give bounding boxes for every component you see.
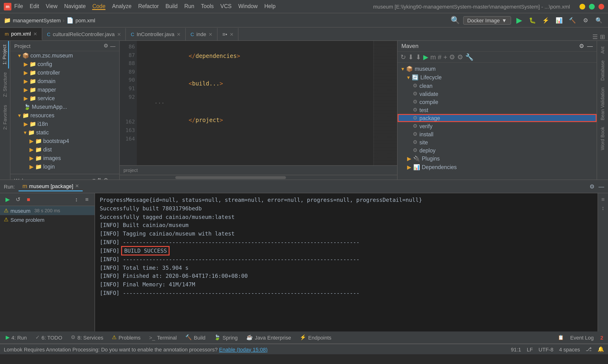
maven-validate[interactable]: ⚙ validate xyxy=(398,90,597,98)
menu-refactor[interactable]: Refactor xyxy=(138,3,159,10)
maven-config2-icon[interactable]: ⚙ xyxy=(457,53,463,61)
coverage-button[interactable]: 📊 xyxy=(554,15,564,26)
maximize-button[interactable] xyxy=(589,4,595,9)
docker-image-selector[interactable]: Docker Image ▼ xyxy=(463,16,511,25)
maven-test[interactable]: ⚙ test xyxy=(398,106,597,114)
menu-build[interactable]: Build xyxy=(166,3,178,10)
favorites-side-tab[interactable]: 2: Favorites xyxy=(1,101,9,133)
profile-button[interactable]: ⚡ xyxy=(541,15,551,26)
maven-site[interactable]: ⚙ site xyxy=(398,138,597,146)
fold-icon-91[interactable] xyxy=(175,80,189,87)
menu-window[interactable]: Window xyxy=(238,3,258,10)
tab-more[interactable]: ≡• ✕ xyxy=(218,28,239,40)
notifications-icon[interactable]: 🔔 xyxy=(597,346,604,352)
maven-download-icon[interactable]: ⬇ xyxy=(408,53,414,61)
bottom-close-icon[interactable]: — xyxy=(598,183,604,190)
tree-domain[interactable]: ▶ 📁 domain xyxy=(11,77,119,85)
tab-in-close[interactable]: ✕ xyxy=(177,32,181,37)
bean-validation-tab[interactable]: Bean Validation xyxy=(599,85,606,122)
project-settings-icon[interactable]: ⚙ xyxy=(103,43,108,49)
menu-analyze[interactable]: Analyze xyxy=(112,3,131,10)
maven-package[interactable]: ⚙ package xyxy=(398,114,597,122)
event-log-icon[interactable]: 📋 xyxy=(555,335,567,340)
run-sidebar-problem-item[interactable]: ⚠ Some problem xyxy=(0,215,94,224)
minimize-button[interactable] xyxy=(580,4,585,9)
close-button[interactable] xyxy=(598,4,604,9)
tree-controller[interactable]: ▶ 📁 controller xyxy=(11,68,119,77)
event-log-label[interactable]: Event Log xyxy=(567,335,597,340)
run-filter-icon[interactable]: ≡ xyxy=(82,195,92,204)
tree-museum-app[interactable]: 🍃 MuseumApp... xyxy=(11,103,119,111)
code-editor[interactable]: </dependencies> <build...> ... </project… xyxy=(137,41,373,165)
enable-lombok-link[interactable]: Enable (today 15:08) xyxy=(219,346,267,352)
console-fold-icon[interactable]: ≡ xyxy=(601,196,605,203)
project-side-tab[interactable]: 1: Project xyxy=(1,41,9,69)
maven-deploy[interactable]: ⚙ deploy xyxy=(398,146,597,154)
debug-button[interactable]: 🐛 xyxy=(527,15,538,26)
tree-dist[interactable]: ▶ 📁 dist xyxy=(11,145,119,154)
breadcrumb-project[interactable]: managementSystem xyxy=(13,17,61,23)
console-scroll-icon[interactable]: ↕ xyxy=(602,205,604,211)
run-rerun-button[interactable]: ↺ xyxy=(13,195,23,204)
btab-endpoints[interactable]: ⚡ Endpoints xyxy=(296,333,335,341)
run-stop-button[interactable]: ■ xyxy=(24,195,33,204)
tree-resources[interactable]: ▾ 📁 resources xyxy=(11,111,119,120)
menu-navigate[interactable]: Navigate xyxy=(64,3,86,10)
bottom-settings-icon[interactable]: ⚙ xyxy=(589,183,595,190)
run-tab-close[interactable]: ✕ xyxy=(75,183,79,189)
btab-spring[interactable]: 🍃 Spring xyxy=(210,333,242,341)
maven-install[interactable]: ⚙ install xyxy=(398,130,597,138)
menu-file[interactable]: File xyxy=(14,3,23,10)
tree-mapper[interactable]: ▶ 📁 mapper xyxy=(11,85,119,94)
maven-lifecycle[interactable]: ▾ 🔄 Lifecycle xyxy=(398,73,597,82)
run-play-button[interactable]: ▶ xyxy=(3,195,12,204)
tree-service[interactable]: ▶ 📁 service xyxy=(11,94,119,103)
btab-problems[interactable]: ⚠ Problems xyxy=(108,333,144,341)
tree-com-zsc-museum[interactable]: ▾ 📦 com.zsc.museum xyxy=(11,51,119,60)
editor-scrollbar[interactable] xyxy=(120,175,397,180)
menu-edit[interactable]: Edit xyxy=(30,3,39,10)
menu-vcs[interactable]: VCS xyxy=(220,3,232,10)
structure-side-tab[interactable]: Z: Structure xyxy=(1,69,9,101)
maven-clean[interactable]: ⚙ clean xyxy=(398,82,597,90)
maven-config1-icon[interactable]: ⚙ xyxy=(449,53,455,61)
menu-code[interactable]: Code xyxy=(92,3,105,10)
tree-static[interactable]: ▾ 📁 static xyxy=(11,128,119,137)
web-settings-icon3[interactable]: ⚙ xyxy=(103,177,108,180)
maven-settings-icon[interactable]: ⚙ xyxy=(579,43,584,49)
run-sidebar-museum-item[interactable]: ⚠ museum 38 s 200 ms xyxy=(0,206,94,215)
tab-more-close[interactable]: ✕ xyxy=(230,32,233,37)
maven-run-icon[interactable]: ▶ xyxy=(423,53,428,61)
tab-pom-close[interactable]: ✕ xyxy=(33,31,37,36)
maven-plugins[interactable]: ▶ 🔌 Plugins xyxy=(398,154,597,163)
maven-refresh-icon[interactable]: ↻ xyxy=(401,53,406,61)
web-settings-icon2[interactable]: ⇅ xyxy=(97,177,102,180)
tab-inde[interactable]: C inde ✕ xyxy=(186,28,218,40)
maven-tools-icon[interactable]: 🔧 xyxy=(465,53,473,61)
run-scroll-icon[interactable]: ↕ xyxy=(72,195,81,204)
maven-dependencies[interactable]: ▶ 📊 Dependencies xyxy=(398,163,597,171)
maven-m-icon[interactable]: m xyxy=(430,53,436,61)
breadcrumb-file[interactable]: pom.xml xyxy=(76,17,95,23)
ant-tab[interactable]: Ant xyxy=(599,45,606,56)
tab-inde-close[interactable]: ✕ xyxy=(208,32,212,37)
search-icon[interactable]: 🔍 xyxy=(594,15,604,26)
web-close-icon[interactable]: — xyxy=(110,177,116,180)
menu-view[interactable]: View xyxy=(46,3,57,10)
tab-in-controller[interactable]: C InController.java ✕ xyxy=(126,28,186,40)
search-file-icon[interactable]: 🔍 xyxy=(451,16,460,25)
run-tab-museum[interactable]: m museum [package] ✕ xyxy=(19,182,83,191)
maven-download-sources-icon[interactable]: ⬇ xyxy=(416,53,421,61)
tree-images[interactable]: ▶ 📁 images xyxy=(11,154,119,162)
menu-tools[interactable]: Tools xyxy=(201,3,214,10)
btab-build[interactable]: 🔨 Build xyxy=(181,333,209,341)
git-icon[interactable]: ⎇ xyxy=(586,346,592,352)
database-tab[interactable]: Database xyxy=(599,58,606,83)
settings-toolbar-icon[interactable]: ⚙ xyxy=(581,15,591,26)
recent-files-icon[interactable]: ☰ xyxy=(592,33,598,40)
menu-help[interactable]: Help xyxy=(264,3,275,10)
maven-close-icon[interactable]: — xyxy=(587,43,593,49)
btab-java-enterprise[interactable]: ☕ Java Enterprise xyxy=(243,333,295,341)
run-button[interactable]: ▶ xyxy=(514,15,524,26)
btab-services[interactable]: ⚙ 8: Services xyxy=(67,333,107,341)
